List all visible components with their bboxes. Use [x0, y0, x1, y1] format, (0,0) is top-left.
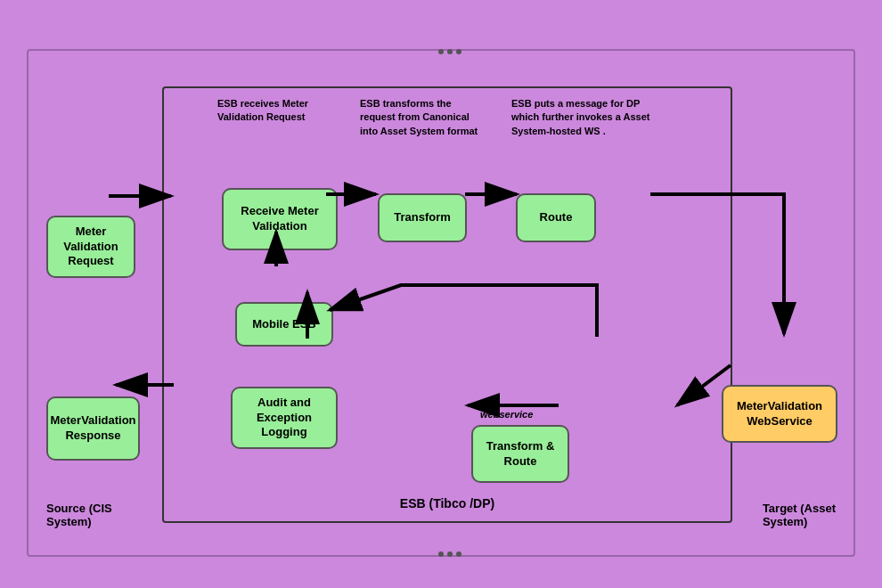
outer-container: Source (CISSystem) Target (AssetSystem) …	[27, 49, 855, 557]
meter-validation-webservice-node: MeterValidation WebService	[722, 385, 837, 443]
annotation-route: ESB puts a message for DPwhich further i…	[511, 97, 690, 138]
target-label: Target (AssetSystem)	[763, 502, 836, 528]
annotation-receive: ESB receives MeterValidation Request	[217, 97, 333, 125]
route-node: Route	[516, 193, 596, 242]
esb-label: ESB (Tibco /DP)	[400, 496, 494, 510]
esb-box: ESB (Tibco /DP) ESB receives MeterValida…	[162, 86, 732, 523]
meter-validation-request-node: Meter Validation Request	[46, 216, 135, 278]
source-label: Source (CISSystem)	[46, 502, 112, 528]
mobile-esb-node: Mobile ESB	[235, 302, 333, 347]
meter-validation-response-node: MeterValidation Response	[46, 396, 140, 461]
receive-meter-validation-node: Receive Meter Validation	[222, 188, 338, 250]
transform-route-node: Transform & Route	[471, 425, 569, 483]
webservice-label: webservice	[480, 409, 533, 420]
audit-exception-logging-node: Audit and Exception Logging	[231, 387, 338, 449]
transform-node: Transform	[378, 193, 467, 242]
annotation-transform: ESB transforms therequest from Canonical…	[360, 97, 494, 138]
